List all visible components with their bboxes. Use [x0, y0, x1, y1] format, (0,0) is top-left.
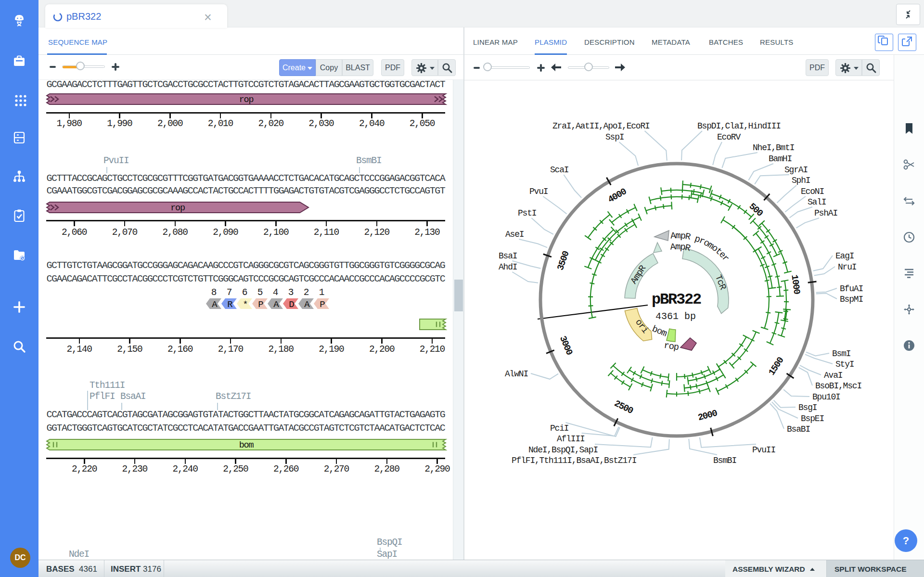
svg-text:AmpR: AmpR — [670, 242, 692, 254]
svg-text:1500: 1500 — [767, 355, 786, 377]
svg-text:BfuAI: BfuAI — [840, 284, 863, 294]
svg-text:rop: rop — [663, 340, 680, 353]
svg-text:NdeI,BspQI,SapI: NdeI,BspQI,SapI — [528, 445, 598, 455]
svg-text:BspDI,ClaI,HindIII: BspDI,ClaI,HindIII — [697, 121, 781, 131]
svg-text:bom: bom — [239, 440, 254, 450]
svg-text:*: * — [243, 299, 248, 310]
svg-text:A: A — [304, 299, 310, 310]
svg-text:4000: 4000 — [606, 186, 629, 205]
svg-text:pBR322: pBR322 — [652, 291, 701, 308]
svg-text:A: A — [212, 299, 218, 310]
svg-text:D: D — [289, 299, 294, 310]
svg-text:3000: 3000 — [557, 334, 575, 357]
svg-text:PvuII: PvuII — [752, 445, 775, 455]
svg-text:AhdI: AhdI — [499, 262, 517, 272]
svg-text:NruI: NruI — [838, 262, 857, 272]
svg-text:BsgI: BsgI — [798, 403, 817, 412]
svg-text:EagI: EagI — [835, 251, 854, 261]
svg-text:StyI: StyI — [835, 359, 854, 369]
svg-text:rop: rop — [170, 203, 185, 213]
svg-text:1000: 1000 — [789, 274, 802, 295]
svg-text:AvaI: AvaI — [824, 371, 843, 380]
svg-text:rop: rop — [239, 95, 254, 105]
svg-text:bom: bom — [651, 323, 668, 339]
svg-text:R: R — [227, 299, 232, 310]
svg-text:PflFI,Tth111I,BsaAI,BstZ17I: PflFI,Tth111I,BsaAI,BstZ17I — [512, 456, 637, 465]
svg-text:PstI: PstI — [518, 208, 537, 218]
svg-text:BspMI: BspMI — [840, 295, 863, 304]
svg-text:2500: 2500 — [613, 398, 635, 416]
svg-text:PvuI: PvuI — [529, 187, 548, 196]
svg-text:BsmI: BsmI — [832, 349, 851, 359]
svg-text:AseI: AseI — [505, 230, 524, 239]
svg-text:SalI: SalI — [808, 197, 826, 207]
svg-text:BsaBI: BsaBI — [787, 424, 810, 434]
svg-text:BsmBI: BsmBI — [713, 456, 736, 465]
svg-text:P: P — [320, 299, 325, 310]
svg-text:SphI: SphI — [792, 176, 810, 185]
svg-text:4361 bp: 4361 bp — [655, 311, 696, 322]
svg-text:SspI: SspI — [605, 132, 624, 142]
svg-text:EcoNI: EcoNI — [801, 187, 824, 196]
svg-text:NheI,BmtI: NheI,BmtI — [753, 143, 795, 153]
svg-text:BspEI: BspEI — [801, 414, 824, 423]
svg-text:BamHI: BamHI — [769, 154, 792, 164]
svg-text:3500: 3500 — [555, 250, 572, 272]
svg-text:A: A — [273, 299, 279, 310]
svg-text:ZraI,AatII,ApoI,EcoRI: ZraI,AatII,ApoI,EcoRI — [552, 121, 650, 131]
svg-text:P: P — [258, 299, 263, 310]
svg-text:ScaI: ScaI — [550, 165, 569, 175]
svg-text:Bpu10I: Bpu10I — [812, 392, 840, 402]
svg-text:AlwNI: AlwNI — [505, 369, 528, 379]
svg-text:2000: 2000 — [697, 408, 719, 423]
svg-text:EcoRV: EcoRV — [717, 132, 741, 142]
svg-text:BsaI: BsaI — [499, 251, 517, 261]
svg-text:BsoBI,MscI: BsoBI,MscI — [815, 381, 861, 391]
svg-text:AflIII: AflIII — [557, 434, 585, 444]
svg-text:500: 500 — [747, 201, 765, 219]
svg-text:PshAI: PshAI — [814, 208, 837, 218]
svg-text:SgrAI: SgrAI — [784, 165, 808, 175]
svg-text:PciI: PciI — [550, 423, 569, 433]
